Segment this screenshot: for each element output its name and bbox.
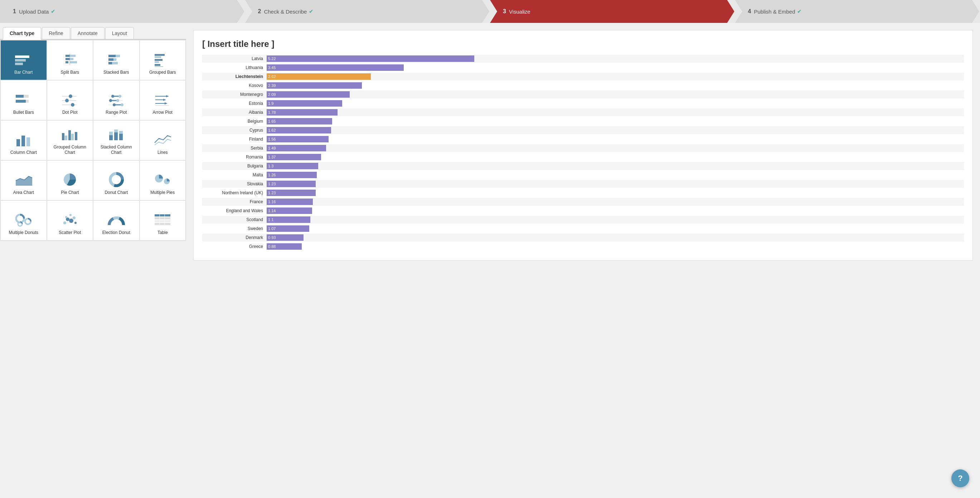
- tab-layout[interactable]: Layout: [105, 27, 134, 39]
- bar-value: 1.56: [268, 137, 275, 141]
- bar-container: 2.62: [267, 73, 964, 80]
- svg-rect-20: [154, 64, 160, 66]
- bar-value: 1.23: [268, 191, 275, 195]
- svg-marker-50: [165, 102, 167, 105]
- bar-value: 1.78: [268, 110, 275, 114]
- chart-item-bullet-bars[interactable]: Bullet Bars: [1, 81, 46, 120]
- bar-value: 1.9: [268, 101, 274, 106]
- bar-row: Malta1.26: [202, 171, 964, 179]
- svg-rect-58: [75, 132, 77, 140]
- chart-item-stacked-bars[interactable]: Stacked Bars: [94, 40, 139, 80]
- svg-point-42: [113, 103, 116, 106]
- chart-item-scatter-plot[interactable]: Scatter Plot: [47, 201, 93, 240]
- svg-rect-4: [70, 55, 76, 57]
- step-2-label: Check & Describe: [264, 9, 307, 15]
- main-container: Chart type Refine Annotate Layout Bar Ch…: [0, 23, 980, 268]
- step-3-label: Visualize: [509, 9, 530, 15]
- svg-rect-81: [154, 217, 170, 219]
- column-chart-label: Column Chart: [10, 150, 37, 155]
- bar-fill: 1.49: [267, 145, 326, 151]
- svg-rect-0: [15, 56, 29, 58]
- bar-container: 1.26: [267, 172, 964, 178]
- bar-row: Denmark0.93: [202, 234, 964, 241]
- svg-point-35: [118, 95, 121, 98]
- svg-rect-53: [27, 137, 30, 146]
- bar-row: France1.16: [202, 198, 964, 206]
- bar-label: Denmark: [202, 235, 267, 240]
- chart-item-dot-plot[interactable]: Dot Plot: [47, 81, 93, 120]
- bar-fill: 1.07: [267, 225, 309, 232]
- bar-value: 0.93: [268, 235, 275, 240]
- bar-value: 1.23: [268, 182, 275, 186]
- bar-value: 1.16: [268, 200, 275, 204]
- bar-fill: 5.22: [267, 56, 474, 62]
- chart-item-split-bars[interactable]: Split Bars: [47, 40, 93, 80]
- bar-fill: 2.09: [267, 91, 350, 98]
- table-label: Table: [158, 230, 168, 236]
- bar-fill: 1.3: [267, 163, 318, 169]
- scatter-plot-icon: [60, 212, 79, 227]
- chart-item-grouped-column[interactable]: Grouped Column Chart: [47, 121, 93, 160]
- chart-preview: [ Insert title here ] Latvia5.22Lithuani…: [193, 30, 973, 260]
- chart-item-table[interactable]: Table: [140, 201, 186, 240]
- chart-item-bar-chart[interactable]: Bar Chart: [1, 40, 46, 80]
- bar-row: Finland1.56: [202, 135, 964, 143]
- bar-label: Northern Ireland (UK): [202, 190, 267, 195]
- chart-item-election-donut[interactable]: Election Donut: [94, 201, 139, 240]
- area-chart-icon: [14, 172, 33, 187]
- chart-item-column-chart[interactable]: Column Chart: [1, 121, 46, 160]
- arrow-plot-icon: [153, 92, 172, 107]
- svg-rect-6: [70, 58, 73, 60]
- lines-icon: [153, 132, 172, 147]
- bar-fill: 1.1: [267, 216, 310, 223]
- bar-row: Serbia1.49: [202, 144, 964, 152]
- tab-refine[interactable]: Refine: [42, 27, 70, 39]
- wizard-step-4[interactable]: 4 Publish & Embed ✔: [735, 0, 980, 23]
- range-plot-icon: [107, 92, 126, 107]
- bar-label: Greece: [202, 244, 267, 249]
- grouped-column-icon: [60, 127, 79, 142]
- bar-container: 1.07: [267, 225, 964, 232]
- grouped-bars-label: Grouped Bars: [149, 70, 176, 76]
- bar-row: Scotland1.1: [202, 216, 964, 224]
- chart-item-multiple-donuts[interactable]: Multiple Donuts: [1, 201, 46, 240]
- chart-item-range-plot[interactable]: Range Plot: [94, 81, 139, 120]
- bar-row: Lithuania3.45: [202, 64, 964, 71]
- bar-label: France: [202, 199, 267, 204]
- chart-item-grouped-bars[interactable]: Grouped Bars: [140, 40, 186, 80]
- chart-item-arrow-plot[interactable]: Arrow Plot: [140, 81, 186, 120]
- chart-item-area-chart[interactable]: Area Chart: [1, 161, 46, 200]
- bar-fill: 1.26: [267, 172, 317, 178]
- svg-point-34: [111, 95, 114, 98]
- chart-item-lines[interactable]: Lines: [140, 121, 186, 160]
- lines-label: Lines: [158, 150, 168, 155]
- multiple-pies-icon: [153, 172, 172, 187]
- split-bars-label: Split Bars: [61, 70, 79, 76]
- step-4-label: Publish & Embed: [754, 9, 795, 15]
- bar-container: 1.78: [267, 109, 964, 116]
- chart-item-multiple-pies[interactable]: Multiple Pies: [140, 161, 186, 200]
- pie-chart-label: Pie Chart: [61, 190, 79, 196]
- chart-type-grid: Bar Chart Split Bars: [0, 40, 186, 241]
- donut-chart-icon: [107, 172, 126, 187]
- wizard-step-3[interactable]: 3 Visualize: [490, 0, 735, 23]
- tab-annotate[interactable]: Annotate: [71, 27, 105, 39]
- tab-chart-type[interactable]: Chart type: [3, 27, 41, 40]
- bar-container: 1.9: [267, 100, 964, 106]
- chart-item-stacked-column[interactable]: Stacked Column Chart: [94, 121, 139, 160]
- step-2-check: ✔: [309, 8, 313, 15]
- bar-container: 1.14: [267, 208, 964, 214]
- chart-item-pie-chart[interactable]: Pie Chart: [47, 161, 93, 200]
- bar-fill: 1.16: [267, 198, 313, 205]
- wizard-step-2[interactable]: 2 Check & Describe ✔: [245, 0, 490, 23]
- svg-point-43: [121, 103, 124, 106]
- bar-container: 1.1: [267, 216, 964, 223]
- chart-item-donut-chart[interactable]: Donut Chart: [94, 161, 139, 200]
- svg-rect-11: [116, 55, 120, 57]
- bar-fill: 1.62: [267, 127, 331, 133]
- bar-fill: 0.93: [267, 234, 304, 241]
- wizard-step-1[interactable]: 1 Upload Data ✔: [0, 0, 245, 23]
- step-3-num: 3: [503, 8, 506, 15]
- column-chart-icon: [14, 132, 33, 147]
- svg-rect-80: [154, 214, 170, 216]
